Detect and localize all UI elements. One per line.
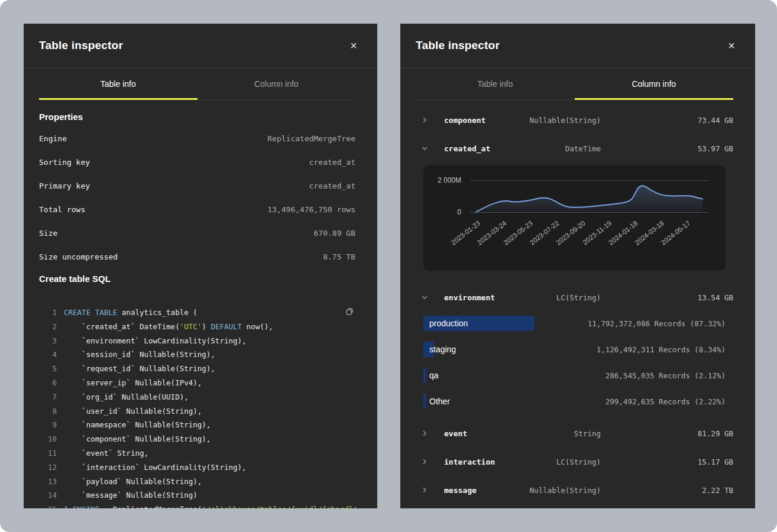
close-icon[interactable]: × (726, 38, 737, 53)
property-value: ReplicatedMergeTree (267, 134, 355, 143)
column-size: 73.44 GB (601, 116, 733, 125)
sql-code-line: 4 `session_id` Nullable(String), (39, 348, 355, 362)
column-name: event (444, 429, 574, 438)
property-row-size-uncompressed: Size uncompressed 8.75 TB (39, 245, 355, 268)
column-info-panel: component Nullable(String) 73.44 GB crea… (400, 100, 755, 504)
copy-icon[interactable] (344, 306, 355, 319)
svg-text:2023-09-20: 2023-09-20 (555, 219, 587, 246)
property-row-engine: Engine ReplicatedMergeTree (39, 126, 355, 150)
sql-code-line: 11 `event` String, (39, 446, 355, 460)
chevron-down-icon (416, 145, 444, 151)
line-number: 11 (39, 446, 57, 460)
property-value: created_at (309, 158, 355, 167)
tab-bar: Table info Column info (39, 68, 355, 100)
distribution-row-qa: qa 286,545,035 Records (2.12%) (423, 362, 726, 388)
column-type: LC(String) (556, 458, 601, 466)
column-type: Nullable(String) (530, 116, 601, 125)
column-size: 15.17 GB (601, 458, 733, 466)
environment-value-distribution: production 11,792,372,086 Records (87.32… (416, 310, 733, 414)
tab-column-info[interactable]: Column info (198, 68, 356, 99)
sql-code-line: 7 `org_id` Nullable(UUID), (39, 390, 355, 404)
chevron-right-icon (416, 430, 444, 436)
code-text: `user_id` Nullable(String), (64, 404, 202, 419)
code-text: `message` Nullable(String) (64, 488, 198, 502)
column-size: 2.22 TB (601, 486, 733, 495)
line-number: 6 (39, 376, 57, 390)
sql-code-line: 1CREATE TABLE analytics_table ( (39, 306, 355, 320)
code-text: `namespace` Nullable(String), (64, 418, 211, 432)
distribution-label: Other (423, 397, 450, 406)
column-size: 13.54 GB (601, 293, 733, 302)
code-text: `server_ip` Nullable(IPv4), (64, 376, 202, 390)
svg-text:2024-05-17: 2024-05-17 (660, 219, 692, 246)
column-row-event[interactable]: event String 81.29 GB (416, 419, 733, 447)
line-number: 7 (39, 390, 57, 404)
create-table-sql-heading: Create table SQL (39, 273, 355, 285)
code-text: CREATE TABLE analytics_table ( (64, 306, 198, 320)
tab-bar: Table info Column info (416, 68, 733, 100)
line-number: 4 (39, 348, 57, 362)
column-row-interaction[interactable]: interaction LC(String) 15.17 GB (416, 447, 733, 476)
distribution-label: staging (423, 345, 456, 354)
property-label: Size uncompressed (39, 252, 118, 261)
distribution-bar: production (423, 316, 551, 331)
column-name: created_at (444, 144, 565, 153)
column-row-created-at[interactable]: created_at DateTime 53.97 GB (416, 134, 733, 163)
column-name: message (444, 486, 530, 495)
distribution-row-other: Other 299,492,635 Records (2.22%) (423, 388, 726, 414)
column-row-environment[interactable]: environment LC(String) 13.54 GB (416, 283, 733, 312)
tab-table-info[interactable]: Table info (416, 68, 575, 99)
distribution-bar: Other (423, 394, 551, 409)
code-text: `payload` Nullable(String), (64, 475, 202, 489)
distribution-bar: staging (423, 342, 551, 357)
line-number: 8 (39, 404, 57, 419)
dialog-header: Table inspector × (400, 24, 755, 68)
sql-code-line: 8 `user_id` Nullable(String), (39, 404, 355, 419)
sql-code-line: 3 `environment` LowCardinality(String), (39, 334, 355, 348)
line-number: 15 (39, 502, 57, 508)
property-row-size: Size 670.89 GB (39, 221, 355, 245)
code-text: `interaction` LowCardinality(String), (64, 460, 247, 475)
distribution-label: qa (423, 371, 439, 380)
distribution-row-production: production 11,792,372,086 Records (87.32… (423, 310, 726, 336)
chevron-down-icon (416, 294, 444, 300)
table-inspector-dialog-column-info: Table inspector × Table info Column info… (400, 24, 755, 508)
property-value: 670.89 GB (314, 229, 355, 238)
column-type: LC(String) (556, 293, 601, 302)
property-row-primary-key: Primary key created_at (39, 174, 355, 197)
line-number: 10 (39, 432, 57, 446)
property-label: Engine (39, 134, 67, 143)
line-number: 14 (39, 488, 57, 502)
property-value: 13,496,476,750 rows (267, 205, 355, 214)
column-type: String (574, 429, 601, 438)
dialog-title: Table inspector (416, 39, 500, 52)
tab-column-info[interactable]: Column info (575, 68, 734, 99)
line-number: 12 (39, 460, 57, 475)
sql-code-line: 10 `component` Nullable(String), (39, 432, 355, 446)
distribution-bar: qa (423, 368, 551, 383)
distribution-label: production (423, 319, 468, 328)
column-size: 53.97 GB (601, 144, 733, 153)
column-row-component[interactable]: component Nullable(String) 73.44 GB (416, 106, 733, 134)
line-number: 2 (39, 320, 57, 334)
area-chart: 2 000M02023-01-232023-03-242023-05-23202… (423, 165, 726, 271)
code-text: `org_id` Nullable(UUID), (64, 390, 189, 404)
line-number: 5 (39, 362, 57, 376)
column-name: component (444, 116, 530, 125)
code-text: `session_id` Nullable(String), (64, 348, 215, 362)
line-number: 13 (39, 475, 57, 489)
distribution-row-staging: staging 1,126,492,311 Records (8.34%) (423, 336, 726, 362)
created-at-distribution-chart: 2 000M02023-01-232023-03-242023-05-23202… (423, 165, 726, 271)
chevron-right-icon (416, 117, 444, 123)
table-inspector-dialog-table-info: Table inspector × Table info Column info… (24, 24, 377, 508)
page-background: Table inspector × Table info Column info… (0, 0, 777, 532)
close-icon[interactable]: × (348, 38, 360, 53)
tab-table-info[interactable]: Table info (39, 68, 198, 99)
column-type: DateTime (565, 144, 601, 153)
property-label: Sorting key (39, 158, 90, 167)
sql-code-line: 14 `message` Nullable(String) (39, 488, 355, 502)
code-text: `event` String, (64, 446, 148, 460)
sql-code-line: 6 `server_ip` Nullable(IPv4), (39, 376, 355, 390)
svg-text:0: 0 (457, 208, 461, 216)
column-row-message[interactable]: message Nullable(String) 2.22 TB (416, 476, 733, 504)
